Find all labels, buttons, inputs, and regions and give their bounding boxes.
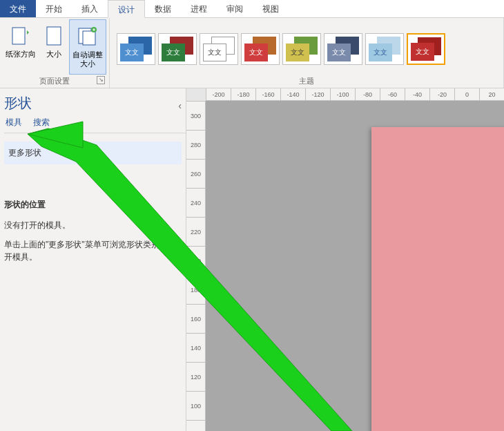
page-setup-dialog-launcher[interactable]: ↘: [97, 76, 105, 84]
h-ruler-tick: -160: [255, 88, 280, 100]
v-ruler-tick: 120: [186, 362, 205, 391]
svg-rect-0: [12, 28, 25, 44]
ribbon-group-themes: 文文文文文文文文文文文文文文文文 主题: [110, 18, 504, 88]
shapes-empty-line1: 没有打开的模具。: [4, 219, 186, 231]
theme-thumb-5[interactable]: 文文: [324, 33, 362, 65]
theme-thumb-1[interactable]: 文文: [158, 33, 197, 65]
v-ruler-tick: 160: [186, 304, 205, 333]
theme-thumb-text: 文文: [120, 44, 144, 61]
shapes-empty-line2: 单击上面的"更多形状"菜单可浏览形状类别并打开模具。: [4, 238, 186, 263]
shapes-tab-stencils[interactable]: 模具: [6, 117, 22, 128]
menu-bar: 文件 开始 插入 设计 数据 进程 审阅 视图: [0, 0, 504, 18]
theme-thumb-text: 文文: [369, 44, 392, 61]
shapes-location-heading: 形状的位置: [4, 199, 186, 211]
menu-tab-process[interactable]: 进程: [181, 0, 217, 17]
autofit-icon: [77, 23, 99, 49]
theme-thumb-0[interactable]: 文文: [117, 33, 155, 65]
themes-group-label: 主题: [299, 77, 314, 85]
menu-tab-file[interactable]: 文件: [0, 0, 36, 17]
collapse-pane-chevron[interactable]: ‹: [178, 100, 182, 111]
theme-thumb-6[interactable]: 文文: [365, 33, 404, 65]
theme-thumb-text: 文文: [286, 44, 309, 61]
shapes-pane: 形状 ‹ 模具 搜索 更多形状 形状的位置 没有打开的模具。 单击上面的"更多形…: [0, 88, 186, 431]
theme-thumb-text: 文文: [244, 44, 268, 61]
h-ruler-tick: 0: [454, 88, 479, 100]
main-area: 形状 ‹ 模具 搜索 更多形状 形状的位置 没有打开的模具。 单击上面的"更多形…: [0, 88, 504, 431]
menu-tab-data[interactable]: 数据: [145, 0, 181, 17]
menu-tab-design[interactable]: 设计: [108, 0, 145, 18]
v-ruler-tick: 260: [186, 159, 205, 188]
page-background[interactable]: [371, 127, 504, 431]
canvas-area: -200-180-160-140-120-100-80-60-40-200204…: [186, 88, 504, 431]
vertical-ruler: 30028026024022020018016014012010080: [186, 101, 206, 431]
page-setup-group-label: 页面设置: [39, 77, 70, 85]
menu-tab-insert[interactable]: 插入: [72, 0, 108, 17]
theme-gallery: 文文文文文文文文文文文文文文文文: [113, 19, 501, 75]
menu-tab-home[interactable]: 开始: [36, 0, 72, 17]
svg-rect-3: [83, 31, 95, 45]
size-button[interactable]: 大小: [40, 19, 68, 75]
v-ruler-tick: 280: [186, 130, 205, 159]
ribbon-group-page-setup: 纸张方向 大小 自动调整 大小 页面设置 ↘: [0, 18, 110, 88]
h-ruler-tick: -60: [380, 88, 405, 100]
autofit-button[interactable]: 自动调整 大小: [69, 19, 106, 75]
shapes-tab-search[interactable]: 搜索: [33, 117, 50, 128]
menu-tab-view[interactable]: 视图: [253, 0, 289, 17]
ribbon: 纸张方向 大小 自动调整 大小 页面设置 ↘ 文文文文文文文文文文文文文文文文 …: [0, 18, 504, 88]
v-ruler-tick: 80: [186, 420, 205, 431]
v-ruler-tick: 220: [186, 217, 205, 246]
drawing-canvas[interactable]: [206, 101, 504, 431]
theme-thumb-text: 文文: [203, 44, 226, 61]
theme-thumb-3[interactable]: 文文: [241, 33, 280, 65]
theme-thumb-text: 文文: [162, 44, 185, 61]
orientation-icon: [10, 22, 32, 48]
h-ruler-tick: -120: [305, 88, 330, 100]
theme-thumb-4[interactable]: 文文: [282, 33, 321, 65]
v-ruler-tick: 240: [186, 188, 205, 217]
h-ruler-tick: 20: [479, 88, 504, 100]
shapes-pane-title: 形状: [4, 94, 32, 117]
orientation-button[interactable]: 纸张方向: [3, 19, 39, 75]
theme-thumb-text: 文文: [327, 44, 351, 61]
v-ruler-tick: 180: [186, 275, 205, 304]
svg-rect-1: [47, 27, 61, 45]
menu-tab-review[interactable]: 审阅: [217, 0, 253, 17]
v-ruler-tick: 300: [186, 101, 205, 130]
horizontal-ruler: -200-180-160-140-120-100-80-60-40-200204…: [206, 88, 504, 101]
h-ruler-tick: -180: [231, 88, 255, 100]
autofit-label: 自动调整 大小: [72, 50, 103, 68]
v-ruler-tick: 200: [186, 246, 205, 275]
h-ruler-tick: -80: [355, 88, 380, 100]
h-ruler-tick: -20: [429, 88, 454, 100]
theme-thumb-2[interactable]: 文文: [200, 33, 238, 65]
theme-thumb-text: 文文: [411, 43, 434, 61]
more-shapes-button[interactable]: 更多形状: [4, 142, 182, 164]
h-ruler-tick: -200: [206, 88, 231, 100]
h-ruler-tick: -100: [330, 88, 355, 100]
size-label: 大小: [46, 50, 61, 59]
h-ruler-tick: -140: [280, 88, 305, 100]
v-ruler-tick: 140: [186, 333, 205, 362]
size-icon: [43, 22, 65, 48]
orientation-label: 纸张方向: [6, 50, 36, 59]
v-ruler-tick: 100: [186, 391, 205, 420]
theme-thumb-7[interactable]: 文文: [407, 33, 445, 65]
h-ruler-tick: -40: [405, 88, 429, 100]
